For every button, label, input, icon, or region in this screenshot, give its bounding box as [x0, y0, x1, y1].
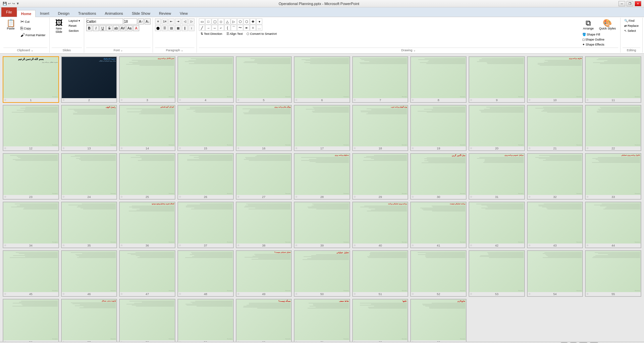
- arrange-btn[interactable]: ⧉ Arrange: [581, 18, 596, 31]
- shape-fill-btn[interactable]: 🪣 Shape Fill: [581, 32, 618, 37]
- bullets-btn[interactable]: ≡: [155, 18, 161, 24]
- slide-thumb[interactable]: Scenario43☆: [527, 202, 583, 248]
- slide-star-icon[interactable]: ☆: [528, 195, 531, 198]
- slide-thumb[interactable]: Scenario54☆: [527, 250, 583, 297]
- paste-btn[interactable]: 📋 Paste: [3, 18, 18, 31]
- slide-star-icon[interactable]: ☆: [354, 147, 356, 150]
- slide-star-icon[interactable]: ☆: [120, 244, 123, 247]
- save-qa-btn[interactable]: 💾: [3, 2, 7, 5]
- slide-star-icon[interactable]: ☆: [237, 341, 239, 342]
- slide-thumb[interactable]: Scenario34☆: [3, 202, 59, 248]
- tab-insert[interactable]: Insert: [36, 10, 54, 17]
- slide-thumb[interactable]: نتایج لازمScenario63☆: [410, 299, 467, 342]
- shape-darrow[interactable]: ↔: [212, 25, 218, 31]
- slide-star-icon[interactable]: ☆: [586, 244, 589, 247]
- tab-design[interactable]: Design: [54, 10, 74, 17]
- bold-btn[interactable]: B: [86, 25, 92, 31]
- slide-star-icon[interactable]: ☆: [470, 292, 472, 295]
- new-slide-btn[interactable]: 🖼 NewSlide: [52, 18, 66, 35]
- slide-thumb[interactable]: Scenario8☆: [410, 56, 467, 103]
- slide-star-icon[interactable]: ☆: [412, 292, 414, 295]
- slide-thumb[interactable]: Scenario46☆: [61, 250, 117, 297]
- font-color-btn[interactable]: A: [133, 25, 139, 31]
- tab-transitions[interactable]: Transitions: [74, 10, 100, 17]
- shape-rect[interactable]: ▭: [199, 18, 205, 24]
- columns-btn[interactable]: ∥: [182, 25, 188, 31]
- slide-star-icon[interactable]: ☆: [470, 147, 472, 150]
- slide-thumb[interactable]: Scenario25☆: [119, 153, 175, 200]
- slide-thumb[interactable]: Scenario27☆: [236, 153, 292, 200]
- slide-thumb[interactable]: بسم الله الرحمن الرحیممدیریت عملیاتی و ب…: [3, 56, 59, 103]
- slide-thumb[interactable]: مدل اگدور گرینScenario30☆: [410, 153, 467, 200]
- shape-round[interactable]: ▢: [212, 18, 218, 24]
- slide-star-icon[interactable]: ☆: [295, 147, 298, 150]
- slide-star-icon[interactable]: ☆: [470, 98, 472, 101]
- slide-thumb[interactable]: Scenario17☆: [294, 105, 350, 151]
- tab-animations[interactable]: Animations: [100, 10, 127, 17]
- slide-star-icon[interactable]: ☆: [412, 147, 414, 150]
- replace-btn[interactable]: ⇄ Replace: [623, 23, 640, 28]
- slide-star-icon[interactable]: ☆: [528, 292, 531, 295]
- slide-star-icon[interactable]: ☆: [4, 147, 6, 150]
- slide-star-icon[interactable]: ☆: [179, 292, 181, 295]
- slide-star-icon[interactable]: ☆: [237, 292, 239, 295]
- shape-rect2[interactable]: □: [205, 18, 211, 24]
- slide-thumb[interactable]: Scenario58☆: [119, 299, 175, 342]
- slide-star-icon[interactable]: ☆: [179, 98, 181, 101]
- slide-star-icon[interactable]: ☆: [412, 195, 414, 198]
- slide-thumb[interactable]: برنامه عملیاتی چیستScenario41☆: [410, 202, 467, 248]
- slide-thumb[interactable]: تحلیل عملیاتی چیست؟Scenario49☆: [236, 250, 292, 297]
- slide-thumb[interactable]: راسل اکوفScenario13☆: [61, 105, 117, 151]
- shape-brace[interactable]: {: [224, 25, 230, 31]
- slide-thumb[interactable]: Scenario45☆: [3, 250, 59, 297]
- slide-star-icon[interactable]: ☆: [120, 98, 123, 101]
- slide-thumb[interactable]: اهداف تجزیه و تحلیل وضع موجودScenario36☆: [119, 202, 175, 248]
- font-size-input[interactable]: [124, 18, 137, 24]
- slide-thumb[interactable]: برنامه ریزی عملیاتی برنامهScenario40☆: [352, 202, 409, 248]
- slide-thumb[interactable]: Scenario35☆: [61, 202, 117, 248]
- numbering-btn[interactable]: 1≡: [162, 18, 168, 24]
- align-left-btn[interactable]: ⬤: [155, 25, 161, 31]
- char-spacing-btn[interactable]: AV: [120, 25, 126, 31]
- customize-qa-btn[interactable]: ▼: [16, 2, 19, 5]
- strikethrough-btn[interactable]: S: [106, 25, 112, 31]
- slide-star-icon[interactable]: ☆: [412, 341, 414, 342]
- slide-thumb[interactable]: ویژه گیهای برنامه خوبScenario18☆: [352, 105, 409, 151]
- slide-thumb[interactable]: Scenario7☆: [352, 56, 409, 103]
- slide-thumb[interactable]: للو لازد گوند اشتاینScenario14☆: [119, 105, 175, 151]
- justify-btn[interactable]: ▦: [175, 25, 181, 31]
- tab-review[interactable]: Review: [155, 10, 175, 17]
- decrease-font-btn[interactable]: A↓: [145, 18, 151, 24]
- line-spacing-btn[interactable]: ↕: [189, 25, 195, 31]
- shape-freeform[interactable]: 〜: [237, 25, 243, 31]
- slide-star-icon[interactable]: ☆: [354, 98, 356, 101]
- slide-star-icon[interactable]: ☆: [354, 195, 356, 198]
- slide-thumb[interactable]: Scenario21☆: [527, 105, 583, 151]
- quick-styles-btn[interactable]: 🎨 Quick Styles: [597, 18, 618, 31]
- slide-star-icon[interactable]: ☆: [4, 195, 6, 198]
- slide-thumb[interactable]: Scenario48☆: [177, 250, 234, 297]
- slide-star-icon[interactable]: ☆: [412, 98, 414, 101]
- slide-star-icon[interactable]: ☆: [179, 195, 181, 198]
- shape-more[interactable]: ▾: [256, 18, 262, 24]
- slide-thumb[interactable]: Scenario6☆: [294, 56, 350, 103]
- shape-outline-btn[interactable]: ◻ Shape Outline: [581, 37, 618, 42]
- select-btn[interactable]: ↖ Select: [623, 28, 640, 33]
- slide-star-icon[interactable]: ☆: [4, 244, 6, 247]
- slide-thumb[interactable]: Scenario9☆: [469, 56, 525, 103]
- window-controls[interactable]: ─ ❐ ✕: [619, 1, 641, 6]
- redo-qa-btn[interactable]: ↪: [12, 2, 15, 5]
- slide-star-icon[interactable]: ☆: [295, 195, 298, 198]
- slide-thumb[interactable]: Scenario24☆: [61, 153, 117, 200]
- slide-thumb[interactable]: Scenario22☆: [585, 105, 641, 151]
- slide-star-icon[interactable]: ☆: [62, 195, 65, 198]
- shape-extra[interactable]: …: [256, 25, 262, 31]
- layout-btn[interactable]: Layout ▾: [67, 18, 82, 23]
- center-btn[interactable]: ☰: [162, 25, 168, 31]
- slide-thumb[interactable]: Scenario5☆: [236, 56, 292, 103]
- slide-thumb[interactable]: Scenario59☆: [177, 299, 234, 342]
- slide-star-icon[interactable]: ☆: [120, 341, 123, 342]
- align-right-btn[interactable]: ▤: [168, 25, 174, 31]
- clipboard-expand-icon[interactable]: ⌄: [31, 49, 34, 52]
- cut-btn[interactable]: ✂ Cut: [19, 18, 47, 25]
